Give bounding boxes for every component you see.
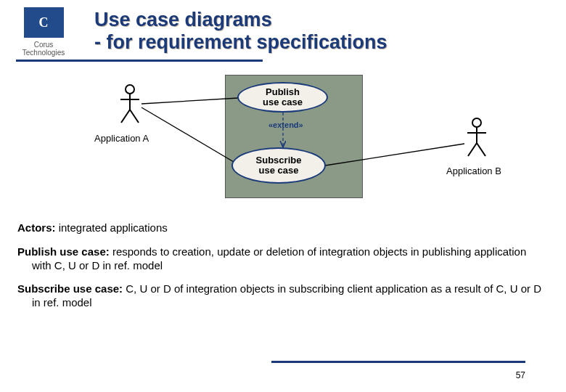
descriptions: Actors: integrated applications Publish … — [0, 213, 566, 310]
usecase-subscribe-line1: Subscribe — [233, 155, 324, 166]
svg-line-8 — [130, 110, 139, 123]
desc-actors: Actors: integrated applications — [17, 221, 549, 235]
svg-line-13 — [477, 143, 485, 156]
desc-subscribe: Subscribe use case: C, U or D of integra… — [17, 282, 549, 310]
desc-actors-text: integrated applications — [56, 221, 168, 234]
usecase-subscribe: Subscribe use case — [231, 147, 326, 184]
corus-logo-icon: C — [24, 7, 64, 38]
logo-letter: C — [39, 15, 49, 30]
actor-b-label: Application B — [446, 166, 501, 176]
uml-diagram: Publish use case Subscribe use case «ext… — [0, 75, 566, 213]
usecase-publish-line2: use case — [239, 97, 327, 107]
usecase-subscribe-line2: use case — [233, 166, 324, 176]
svg-line-1 — [142, 107, 234, 162]
logo-brand: Corus Technologies — [17, 41, 70, 57]
footer-divider — [271, 361, 525, 363]
desc-publish-label: Publish use case: — [17, 245, 110, 258]
svg-line-12 — [468, 143, 477, 156]
desc-actors-label: Actors: — [17, 221, 56, 234]
svg-line-0 — [142, 98, 238, 104]
slide-header: C Corus Technologies Use case diagrams -… — [0, 0, 566, 57]
actor-b-icon — [464, 117, 489, 159]
usecase-publish-line1: Publish — [239, 87, 327, 97]
page-number: 57 — [516, 370, 525, 380]
svg-point-4 — [126, 85, 134, 94]
actor-a-icon — [118, 83, 142, 126]
logo-block: C Corus Technologies — [17, 7, 70, 57]
title-underline — [16, 60, 263, 62]
title-block: Use case diagrams - for requirement spec… — [94, 7, 387, 54]
svg-line-7 — [121, 110, 130, 123]
extend-stereotype: «extend» — [268, 121, 303, 129]
slide-title-line2: - for requirement specifications — [94, 31, 387, 54]
slide-title-line1: Use case diagrams — [94, 9, 387, 31]
svg-point-9 — [472, 118, 481, 127]
desc-subscribe-label: Subscribe use case: — [17, 282, 123, 295]
actor-a-label: Application A — [94, 133, 149, 144]
desc-publish: Publish use case: responds to creation, … — [17, 245, 549, 273]
usecase-publish: Publish use case — [237, 82, 328, 113]
